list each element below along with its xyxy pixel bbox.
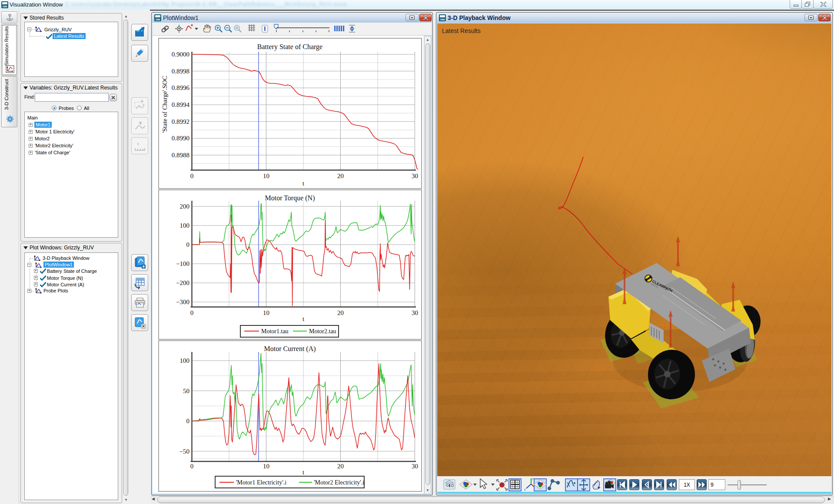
svg-text:0.9000: 0.9000: [172, 51, 189, 58]
svg-text:0.8992: 0.8992: [172, 118, 189, 125]
svg-text:0.8988: 0.8988: [172, 152, 189, 159]
svg-text:−100: −100: [176, 260, 189, 267]
svg-text:Motor2.tau: Motor2.tau: [309, 328, 336, 335]
svg-text:10: 10: [263, 172, 269, 179]
svg-text:−300: −300: [176, 298, 189, 305]
svg-text:Motor1.tau: Motor1.tau: [261, 328, 289, 335]
svg-text:0: 0: [190, 172, 194, 179]
svg-text:Motor Current (A): Motor Current (A): [264, 345, 316, 353]
svg-text:0: 0: [190, 463, 194, 470]
svg-text:0: 0: [186, 418, 190, 424]
svg-text:0: 0: [186, 241, 190, 248]
svg-text:30: 30: [412, 309, 418, 316]
svg-text:Battery State of Charge: Battery State of Charge: [257, 43, 322, 51]
svg-text:'State of Charge'.SOC: 'State of Charge'.SOC: [161, 76, 168, 133]
svg-text:0.8990: 0.8990: [172, 135, 189, 142]
svg-text:0.8996: 0.8996: [172, 84, 190, 91]
svg-text:20: 20: [337, 172, 344, 179]
svg-text:z: z: [524, 488, 526, 491]
svg-text:20: 20: [337, 309, 344, 316]
svg-text:0.8994: 0.8994: [172, 101, 190, 108]
svg-text:50: 50: [183, 388, 189, 395]
svg-text:30: 30: [412, 172, 418, 179]
svg-text:10: 10: [263, 463, 269, 470]
svg-text:'Motor1 Electricity'.i: 'Motor1 Electricity'.i: [236, 479, 286, 486]
svg-text:−200: −200: [176, 279, 189, 286]
svg-text:20: 20: [337, 463, 344, 470]
svg-text:10: 10: [263, 309, 269, 316]
svg-text:30: 30: [412, 463, 418, 470]
svg-text:'Motor2 Electricity'.i: 'Motor2 Electricity'.i: [314, 479, 364, 486]
svg-text:Motor Torque (N): Motor Torque (N): [265, 194, 315, 202]
svg-text:0.8998: 0.8998: [172, 68, 189, 75]
svg-text:y: y: [532, 477, 534, 481]
svg-text:100: 100: [180, 222, 190, 229]
svg-text:−50: −50: [179, 448, 189, 455]
svg-text:200: 200: [180, 203, 190, 210]
svg-text:100: 100: [180, 357, 190, 364]
svg-text:0: 0: [190, 309, 194, 316]
svg-text:x: x: [137, 141, 140, 146]
